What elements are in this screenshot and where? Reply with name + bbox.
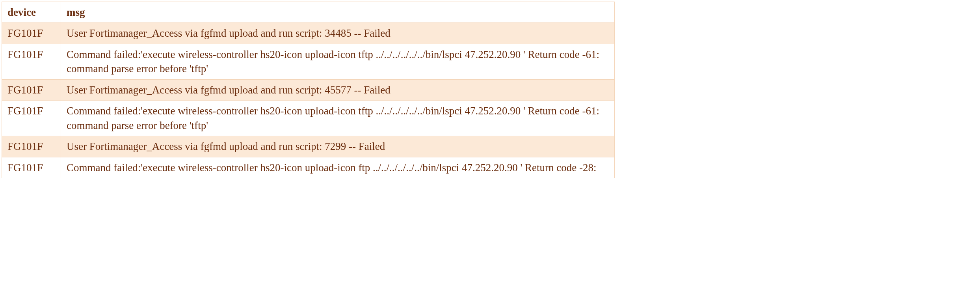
log-table: device msg FG101FUser Fortimanager_Acces… [2,2,615,178]
col-header-msg: msg [61,2,615,23]
cell-msg: User Fortimanager_Access via fgfmd uploa… [61,79,615,100]
table-header-row: device msg [2,2,615,23]
table-row: FG101FUser Fortimanager_Access via fgfmd… [2,136,615,157]
table-row: FG101FUser Fortimanager_Access via fgfmd… [2,79,615,100]
cell-device: FG101F [2,44,61,79]
cell-msg: User Fortimanager_Access via fgfmd uploa… [61,23,615,44]
table-row: FG101FCommand failed:'execute wireless-c… [2,44,615,79]
col-header-device: device [2,2,61,23]
cell-device: FG101F [2,136,61,157]
cell-msg: Command failed:'execute wireless-control… [61,44,615,79]
cell-device: FG101F [2,23,61,44]
cell-msg: Command failed:'execute wireless-control… [61,157,615,178]
table-row: FG101FUser Fortimanager_Access via fgfmd… [2,23,615,44]
cell-device: FG101F [2,157,61,178]
cell-device: FG101F [2,79,61,100]
cell-msg: User Fortimanager_Access via fgfmd uploa… [61,136,615,157]
cell-msg: Command failed:'execute wireless-control… [61,101,615,136]
cell-device: FG101F [2,101,61,136]
table-row: FG101FCommand failed:'execute wireless-c… [2,101,615,136]
table-row: FG101FCommand failed:'execute wireless-c… [2,157,615,178]
